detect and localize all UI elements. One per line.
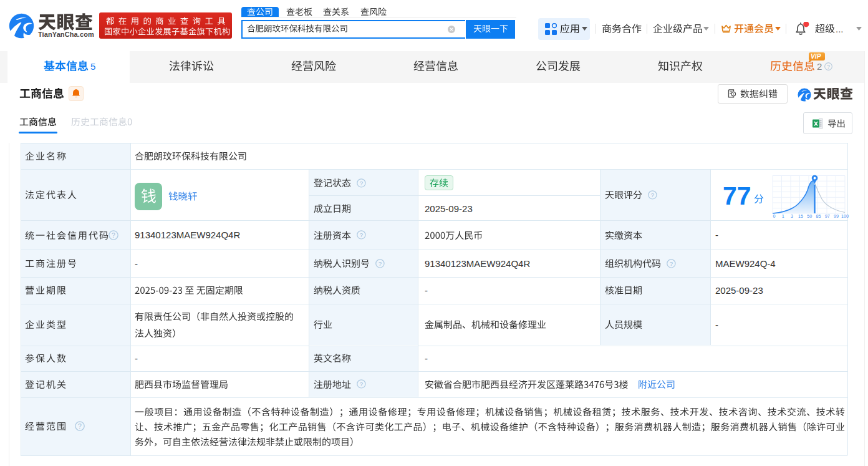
svg-text:?: ?	[827, 64, 830, 70]
svg-text:?: ?	[360, 381, 364, 387]
svg-text:?: ?	[78, 423, 82, 430]
svg-text:?: ?	[670, 260, 673, 267]
svg-text:?: ?	[112, 231, 115, 238]
svg-text:?: ?	[360, 180, 364, 187]
svg-text:?: ?	[379, 260, 382, 267]
svg-text:?: ?	[360, 231, 364, 238]
svg-text:?: ?	[651, 192, 655, 198]
